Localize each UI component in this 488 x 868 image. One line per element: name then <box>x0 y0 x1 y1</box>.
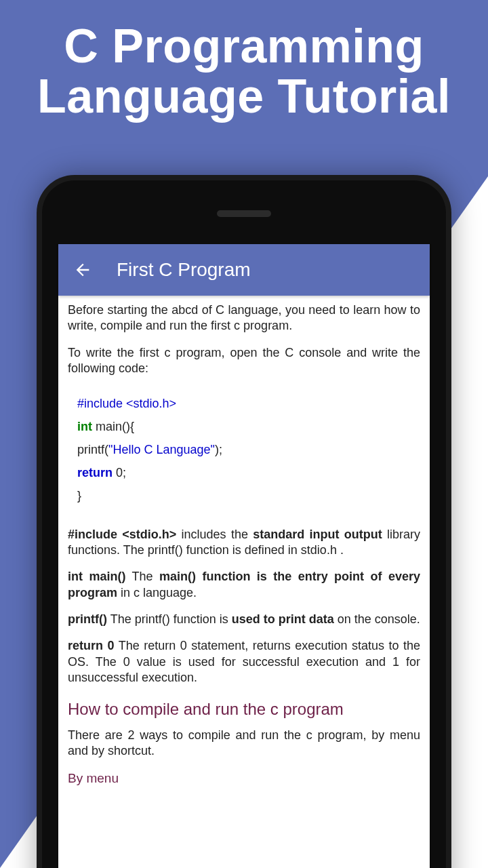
promo-line-1: C Programming <box>64 20 424 73</box>
subheading-bymenu: By menu <box>68 770 420 787</box>
phone-frame: First C Program Before starting the abcd… <box>37 175 451 868</box>
screen: First C Program Before starting the abcd… <box>58 244 430 868</box>
desc-include: #include <stdio.h> includes the standard… <box>68 527 420 559</box>
phone-inner: First C Program Before starting the abcd… <box>42 180 446 868</box>
code-line-5: } <box>77 484 411 507</box>
arrow-left-icon <box>73 260 92 279</box>
promo-heading: C Programming Language Tutorial <box>0 0 488 121</box>
back-button[interactable] <box>68 255 98 285</box>
promo-line-2: Language Tutorial <box>37 70 451 123</box>
desc-main: int main() The main() function is the en… <box>68 569 420 601</box>
intro-paragraph-2: To write the first c program, open the C… <box>68 345 420 377</box>
code-line-3: printf("Hello C Language"); <box>77 438 411 461</box>
phone-speaker <box>217 210 271 217</box>
app-bar: First C Program <box>58 244 430 296</box>
desc-printf: printf() The printf() function is used t… <box>68 612 420 627</box>
desc-return: return 0 The return 0 statement, returns… <box>68 638 420 686</box>
code-line-1: #include <stdio.h> <box>77 392 411 415</box>
howto-paragraph: There are 2 ways to compile and run the … <box>68 728 420 760</box>
code-line-4: return 0; <box>77 461 411 484</box>
intro-paragraph-1: Before starting the abcd of C language, … <box>68 302 420 334</box>
section-heading-compile: How to compile and run the c program <box>68 698 420 719</box>
code-block: #include <stdio.h> int main(){ printf("H… <box>68 388 420 517</box>
page-title: First C Program <box>117 259 251 281</box>
code-line-2: int main(){ <box>77 415 411 438</box>
article-content[interactable]: Before starting the abcd of C language, … <box>58 296 430 868</box>
